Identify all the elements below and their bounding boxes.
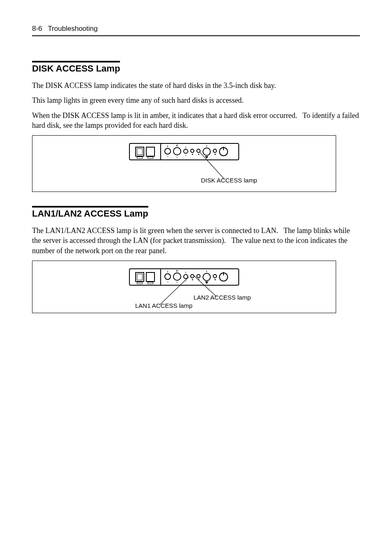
page: 8-6 Troubleshooting DISK ACCESS Lamp The… [0,0,392,554]
callout-label-lan2: LAN2 ACCESS lamp [194,294,251,301]
running-header: 8-6 Troubleshooting [32,25,360,36]
device-front-panel: ▬ 2 ⌁ ID + [129,268,239,286]
paragraph: When the DISK ACCESS lamp is lit in ambe… [32,111,360,131]
paragraph: This lamp lights in green every time any… [32,95,360,105]
lan2-indicator: 2 ⌁ [164,145,171,158]
figure-lan-access: ▬ 2 ⌁ ID + [32,261,336,313]
section-title: LAN1/LAN2 ACCESS Lamp [32,206,148,219]
indicator [196,274,201,280]
drive-slot: ▬ [135,272,144,282]
power-button-icon [219,272,228,282]
drive-slot [146,147,155,157]
status-indicator: // [203,145,211,159]
id-indicator: ID + [173,270,181,284]
id-indicator: ID + [173,145,181,159]
drive-slot: ▬ [135,147,144,157]
status-indicator: // [203,270,211,284]
power-button-icon [219,147,228,156]
lan2-indicator: 2 ⌁ [164,271,171,283]
device-front-panel: ▬ 2 ⌁ ID + [129,143,239,160]
indicator [213,274,217,280]
section-title: DISK ACCESS Lamp [32,61,120,74]
indicator [196,149,201,155]
paragraph: The LAN1/LAN2 ACCESS lamp is lit green w… [32,226,360,256]
lan1-indicator: 1 ⌁ [183,146,188,157]
indicator-panel: 2 ⌁ ID + 1 ⌁ [161,269,238,285]
callout-label-disk-access: DISK ACCESS lamp [201,177,257,184]
indicator [213,149,217,155]
drive-bay: ▬ [130,269,161,285]
disk-access-indicator [190,274,194,280]
disk-access-indicator [190,149,194,155]
figure-disk-access: ▬ 2 ⌁ ID + [32,135,336,192]
callout-label-lan1: LAN1 ACCESS lamp [135,302,192,309]
section-lan-access: LAN1/LAN2 ACCESS Lamp The LAN1/LAN2 ACCE… [32,206,360,313]
paragraph: The DISK ACCESS lamp indicates the state… [32,81,360,90]
indicator-panel: 2 ⌁ ID + 1 ⌁ [161,144,238,159]
lan1-indicator: 1 ⌁ [183,272,188,282]
section-disk-access: DISK ACCESS Lamp The DISK ACCESS lamp in… [32,61,360,192]
drive-slot [146,272,155,282]
drive-bay: ▬ [130,144,161,159]
